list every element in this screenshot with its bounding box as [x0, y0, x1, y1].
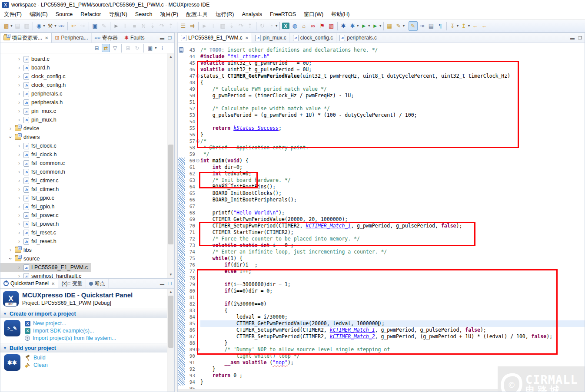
disconnect-icon[interactable]: N	[139, 21, 148, 31]
code-line-47[interactable]: 47−status_t CTIMER_GetPwmPeriodValue(uin…	[178, 73, 585, 79]
tree-item-fsl_clock-h[interactable]: ›.hfsl_clock.h	[0, 150, 167, 159]
code-text[interactable]: status_t CTIMER_GetPwmPeriodValue(uint32…	[200, 73, 510, 79]
code-text[interactable]: BOARD_InitBootPeripherals();	[200, 197, 297, 203]
code-line-62[interactable]: 62 int ledval=0;	[178, 171, 585, 177]
line-number[interactable]: 69	[185, 216, 195, 223]
code-text[interactable]: int main(void) {	[200, 158, 249, 164]
code-text[interactable]: ledval = i/30000;	[200, 314, 288, 320]
chevron-right-icon[interactable]: ›	[17, 238, 21, 244]
code-line-76[interactable]: 76 if(dir)i--;	[178, 262, 585, 268]
line-number[interactable]: 71	[185, 229, 195, 236]
build-hammer-icon[interactable]: ⚒	[46, 21, 55, 31]
code-line-72[interactable]: 72 /* Force the counter to be placed int…	[178, 236, 585, 242]
explorer-tab--[interactable]: 项目资源管...✕	[0, 33, 52, 43]
code-text[interactable]: /* Init board hardware. */	[200, 177, 291, 184]
line-number[interactable]: 49	[185, 86, 195, 92]
line-number[interactable]: 48	[185, 79, 195, 86]
line-number[interactable]: 87	[185, 333, 195, 340]
line-number[interactable]: 64	[185, 184, 195, 190]
code-line-79[interactable]: 79 if(i==3000000)dir = 1;	[178, 281, 585, 288]
stack-icon[interactable]: ▥	[218, 21, 227, 31]
chevron-right-icon[interactable]: ›	[17, 99, 21, 105]
tree-item-semihost_hardfault-c[interactable]: ›.csemihost_hardfault.c	[0, 272, 167, 278]
chevron-right-icon[interactable]: ›	[17, 56, 21, 62]
quickstart-link-clean[interactable]: Clean	[25, 362, 48, 368]
code-line-54[interactable]: 54	[178, 119, 585, 125]
fold-gutter[interactable]	[195, 66, 200, 73]
fold-gutter[interactable]	[195, 216, 200, 223]
code-text[interactable]: {	[200, 79, 203, 86]
line-number[interactable]: 81	[185, 294, 195, 301]
chevron-right-icon[interactable]: ›	[17, 152, 21, 158]
line-number[interactable]: 78	[185, 275, 195, 281]
fold-gutter[interactable]	[195, 105, 200, 112]
code-line-44[interactable]: 44#include "fsl_ctimer.h"	[178, 53, 585, 60]
minimize-icon[interactable]: ▬	[160, 281, 164, 286]
line-number[interactable]: 47	[185, 73, 195, 79]
code-text[interactable]: }	[200, 340, 227, 346]
tree-item-source[interactable]: ›source	[0, 254, 167, 263]
x-terminal-icon[interactable]: X	[281, 21, 290, 31]
line-number[interactable]: 44	[185, 53, 195, 60]
resume-icon[interactable]: ►	[112, 21, 121, 31]
highlighter-icon[interactable]: ✎	[409, 21, 418, 31]
code-line-57[interactable]: 57−/*	[178, 138, 585, 145]
line-number[interactable]: 46	[185, 66, 195, 73]
fold-gutter[interactable]	[195, 288, 200, 294]
save-all-icon[interactable]: ▥	[22, 21, 31, 31]
chevron-right-icon[interactable]: ›	[17, 117, 21, 123]
chevron-right-icon[interactable]: ›	[17, 143, 21, 149]
code-line-70[interactable]: 70 CTIMER_SetupPwmPeriod(CTIMER2, kCTIME…	[178, 223, 585, 229]
world-icon[interactable]: ◍	[290, 21, 299, 31]
fold-gutter[interactable]	[195, 145, 200, 151]
fold-gutter[interactable]	[195, 242, 200, 249]
code-line-90[interactable]: 90 tight while() loop */	[178, 353, 585, 359]
fold-gutter[interactable]	[195, 268, 200, 275]
editor-tab-peripherals-c[interactable]: .cperipherals.c	[336, 33, 380, 43]
menu-item[interactable]: FreeRTOS	[266, 10, 300, 19]
clear-mark-icon[interactable]: ✎	[100, 21, 109, 31]
code-text[interactable]: /* TODO: insert other definitions and de…	[200, 47, 378, 53]
debug-bug-alt-icon[interactable]: ✱	[348, 21, 357, 31]
chevron-right-icon[interactable]: ›	[8, 125, 13, 132]
code-text[interactable]: __asm volatile ("nop");	[200, 359, 294, 366]
line-number[interactable]: 50	[185, 92, 195, 99]
line-number[interactable]: 68	[185, 210, 195, 216]
code-line-83[interactable]: 83 {	[178, 307, 585, 314]
minimize-icon[interactable]: ▬	[570, 36, 575, 40]
close-icon[interactable]: ✕	[51, 281, 55, 286]
instr-resume-icon[interactable]: ►	[200, 21, 209, 31]
quickstart-tab-quickstart-panel[interactable]: Quickstart Panel✕	[0, 279, 58, 288]
code-text[interactable]: int ledval=0;	[200, 171, 252, 177]
fold-gutter[interactable]	[195, 92, 200, 99]
code-text[interactable]: while(1) {	[200, 255, 243, 262]
fold-gutter[interactable]	[195, 379, 200, 385]
scroll-down-icon[interactable]: ▼	[167, 271, 174, 278]
code-text[interactable]: /*	[200, 138, 206, 145]
line-number[interactable]: 61	[185, 164, 195, 171]
filter-icon[interactable]: ▽	[111, 44, 119, 52]
code-text[interactable]: /* Force the counter to be placed into m…	[200, 236, 360, 242]
fold-gutter[interactable]	[195, 171, 200, 177]
chevron-right-icon[interactable]: ›	[17, 73, 21, 79]
tree-item-fsl_common-c[interactable]: ›.cfsl_common.c	[0, 159, 167, 168]
code-text[interactable]: BOARD_InitBootClocks();	[200, 190, 282, 197]
scroll-thumb[interactable]	[168, 145, 173, 244]
maximize-icon[interactable]: ❐	[578, 36, 582, 40]
editor-tab-lpc55s69_e1_pwm-c[interactable]: .cLPC55S69_E1_PWM.c✕	[178, 33, 252, 43]
chevron-right-icon[interactable]: ›	[17, 186, 21, 192]
menu-item[interactable]: Search	[131, 10, 156, 19]
line-number[interactable]: 51	[185, 99, 195, 105]
code-text[interactable]: return 0 ;	[200, 372, 243, 379]
fold-gutter[interactable]	[195, 132, 200, 138]
instr-step-into-icon[interactable]: ⇣	[227, 21, 236, 31]
tree-item-fsl_clock-c[interactable]: ›.cfsl_clock.c	[0, 142, 167, 150]
link-icon[interactable]: ∞	[309, 21, 318, 31]
instr-step-over-icon[interactable]: ↷	[236, 21, 246, 31]
code-line-60[interactable]: 60−int main(void) {	[178, 158, 585, 164]
code-text[interactable]: return kStatus_Success;	[200, 125, 282, 132]
menu-item[interactable]: Refactor	[76, 10, 105, 19]
plus-grid-icon[interactable]: ⊞	[124, 44, 132, 52]
explorer-tab-faults[interactable]: ✱Faults	[121, 33, 148, 43]
tree-item-fsl_gpio-c[interactable]: ›.cfsl_gpio.c	[0, 194, 167, 202]
